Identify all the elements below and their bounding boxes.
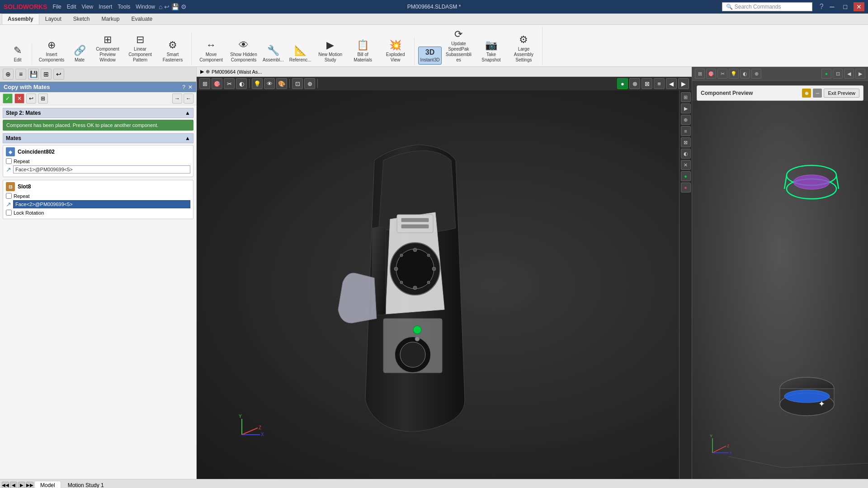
help-icon[interactable]: ?: [820, 3, 824, 11]
exit-preview-button[interactable]: Exit Preview: [824, 89, 859, 98]
zoom-to-fit-icon[interactable]: ⊞: [199, 78, 210, 89]
side-btn-3[interactable]: ⊕: [681, 115, 691, 125]
step2-header[interactable]: Step 2: Mates ▲: [3, 108, 193, 118]
side-btn-4[interactable]: ≡: [681, 126, 691, 136]
green-indicator[interactable]: ●: [617, 78, 628, 89]
breadcrumb-arrow[interactable]: ▶: [200, 69, 204, 75]
reference-button[interactable]: 📐 Referenc...: [287, 43, 314, 65]
menu-window[interactable]: Window: [136, 4, 155, 10]
component-preview-button[interactable]: ⊞ Component Preview Window: [92, 32, 123, 65]
cancel-button[interactable]: ✕: [14, 94, 24, 103]
layers-icon[interactable]: ≡: [654, 78, 665, 89]
preview-tool-9[interactable]: ◀: [844, 69, 854, 79]
next-button[interactable]: →: [172, 94, 182, 103]
undo-icon[interactable]: ↩: [164, 3, 170, 10]
move-component-button[interactable]: ↔ Move Component: [195, 38, 227, 65]
assembly-canvas[interactable]: Z X Y: [197, 90, 692, 479]
property-manager-icon[interactable]: ≡: [15, 69, 26, 80]
preview-tool-10[interactable]: ▶: [855, 69, 865, 79]
update-speedpak-button[interactable]: ⟳ Update SpeedPak Subassemblies: [443, 27, 474, 65]
preview-tool-6[interactable]: ⊕: [751, 69, 761, 79]
side-btn-2[interactable]: ▶: [681, 103, 691, 113]
tab-evaluate[interactable]: Evaluate: [125, 14, 158, 24]
snap-icon[interactable]: ⊕: [304, 78, 315, 89]
tab-assembly[interactable]: Assembly: [2, 14, 39, 24]
tab-model[interactable]: Model: [34, 481, 61, 488]
view-3d-icon[interactable]: ⊗: [629, 78, 640, 89]
help-panel-icon[interactable]: ?: [182, 84, 185, 90]
prev-button[interactable]: ←: [184, 94, 193, 103]
tab-motion-study-1[interactable]: Motion Study 1: [62, 481, 110, 488]
home-icon[interactable]: ⌂: [159, 3, 162, 10]
slot8-face-field[interactable]: [13, 200, 190, 208]
menu-file[interactable]: File: [52, 4, 61, 10]
menu-edit[interactable]: Edit: [67, 4, 76, 10]
insert-components-button[interactable]: ⊕ Insert Components: [36, 38, 67, 65]
assembly-button[interactable]: 🔧 Assembl...: [260, 43, 286, 65]
settings-icon[interactable]: ⚙: [181, 3, 187, 10]
preview-tool-2[interactable]: 🎯: [706, 69, 716, 79]
preview-tool-7[interactable]: ●: [821, 69, 831, 79]
preview-button[interactable]: ⊞: [38, 94, 48, 103]
menu-view[interactable]: View: [81, 4, 93, 10]
tab-sketch[interactable]: Sketch: [67, 14, 96, 24]
section-view-icon[interactable]: ✂: [224, 78, 235, 89]
preview-tool-8[interactable]: ⊡: [833, 69, 843, 79]
nav-prev-button[interactable]: ◀: [10, 482, 17, 488]
preview-dash-icon[interactable]: ─: [813, 89, 822, 98]
arrow-right-vp[interactable]: ▶: [678, 78, 689, 89]
feature-manager-icon[interactable]: ⊕: [3, 69, 14, 80]
coincident-face-field[interactable]: [13, 165, 190, 174]
side-btn-7[interactable]: ✕: [681, 160, 691, 170]
maximize-button[interactable]: □: [841, 2, 850, 11]
preview-tool-5[interactable]: ◐: [740, 69, 750, 79]
confirm-button[interactable]: ✓: [3, 94, 13, 103]
menu-insert[interactable]: Insert: [99, 4, 112, 10]
coincident-repeat-checkbox[interactable]: [6, 158, 12, 164]
side-btn-1[interactable]: ⊞: [681, 92, 691, 102]
preview-tool-3[interactable]: ✂: [717, 69, 727, 79]
preview-tool-1[interactable]: ⊞: [695, 69, 705, 79]
menu-tools[interactable]: Tools: [118, 4, 130, 10]
arrow-left-vp[interactable]: ◀: [666, 78, 677, 89]
lighting-icon[interactable]: 💡: [252, 78, 263, 89]
save-icon[interactable]: 💾: [171, 3, 179, 10]
close-button[interactable]: ✕: [854, 2, 864, 11]
linear-pattern-button[interactable]: ⊟ Linear Component Pattern: [124, 32, 156, 65]
preview-gold-icon[interactable]: ⊕: [802, 89, 811, 98]
show-hidden-button[interactable]: 👁 Show Hidden Components: [228, 38, 259, 65]
edit-button[interactable]: ✎ Edit: [6, 43, 29, 65]
nav-first-button[interactable]: ◀◀: [2, 482, 9, 488]
selection-filter-icon[interactable]: ⊡: [292, 78, 303, 89]
mate-button[interactable]: 🔗 Mate: [68, 43, 91, 65]
nav-last-button[interactable]: ▶▶: [26, 482, 33, 488]
close-panel-icon[interactable]: ✕: [188, 84, 193, 90]
search-bar[interactable]: 🔍 Search Commands: [722, 2, 812, 11]
mates-header[interactable]: Mates ▲: [3, 133, 193, 143]
grid-icon[interactable]: ⊠: [642, 78, 652, 89]
side-btn-9[interactable]: ●: [681, 183, 691, 192]
undo-panel-button[interactable]: ↩: [26, 94, 36, 103]
hide-show-icon[interactable]: 👁: [264, 78, 275, 89]
display-style-icon[interactable]: ◐: [236, 78, 247, 89]
appearance-icon[interactable]: 🎨: [276, 78, 287, 89]
preview-3d-area[interactable]: ✦ Z X Y: [692, 101, 868, 479]
slot8-repeat-checkbox[interactable]: [6, 193, 12, 199]
take-snapshot-button[interactable]: 📷 Take Snapshot: [475, 38, 507, 65]
nav-next-button[interactable]: ▶: [18, 482, 25, 488]
side-btn-8[interactable]: ●: [681, 171, 691, 181]
side-btn-6[interactable]: ◐: [681, 149, 691, 159]
tab-layout[interactable]: Layout: [39, 14, 67, 24]
large-assembly-button[interactable]: ⚙ Large Assembly Settings: [508, 32, 539, 65]
smart-fasteners-button[interactable]: ⚙ Smart Fasteners: [157, 38, 189, 65]
exploded-view-button[interactable]: 💥 Exploded View: [380, 38, 411, 65]
new-motion-button[interactable]: ▶ New Motion Study: [315, 38, 346, 65]
side-btn-5[interactable]: ⊠: [681, 137, 691, 147]
instant3d-button[interactable]: 3D Instant3D: [418, 47, 442, 65]
display-manager-icon[interactable]: ⊞: [41, 69, 52, 80]
bill-materials-button[interactable]: 📋 Bill of Materials: [347, 38, 379, 65]
tab-markup[interactable]: Markup: [95, 14, 125, 24]
view-orient-icon[interactable]: 🎯: [212, 78, 222, 89]
minimize-button[interactable]: ─: [827, 2, 837, 11]
config-manager-icon[interactable]: 💾: [28, 69, 39, 80]
